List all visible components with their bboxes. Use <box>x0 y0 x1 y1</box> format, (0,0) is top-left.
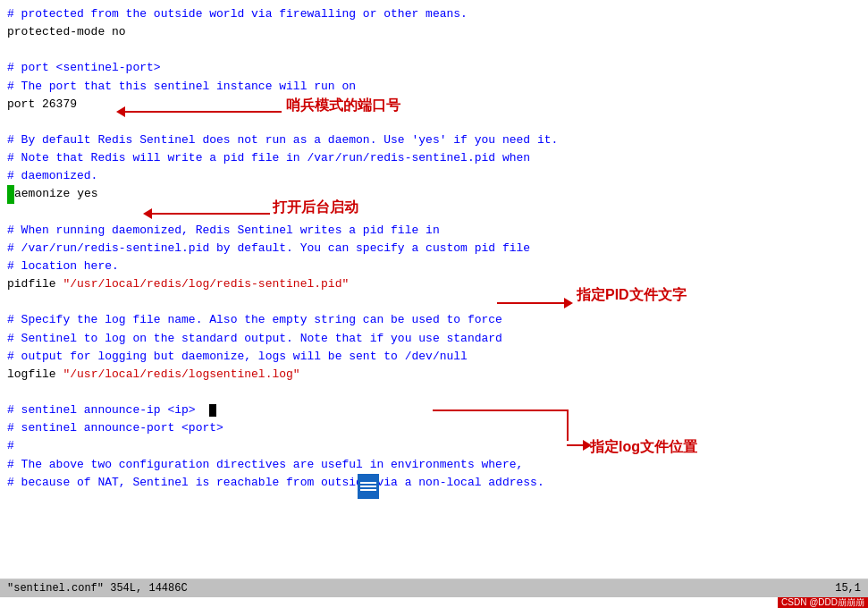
status-left: "sentinel.conf" 354L, 14486C <box>7 582 188 595</box>
line-19: # Sentinel to log on the standard output… <box>7 330 861 348</box>
line-14: # /var/run/redis-sentinel.pid by default… <box>7 240 861 258</box>
line-12 <box>7 204 861 222</box>
daemon-annotation: 打开后台启动 <box>273 198 358 217</box>
line-1: # protected from the outside world via f… <box>7 5 861 23</box>
line-10: # daemonized. <box>7 167 861 185</box>
log-arrow-v <box>567 410 569 441</box>
line-22 <box>7 384 861 401</box>
watermark-text: CSDN @DDD崩崩崩 <box>781 596 864 608</box>
cursor-green: d <box>7 185 14 203</box>
log-arrow-h2 <box>567 440 592 451</box>
line-9: # Note that Redis will write a pid file … <box>7 149 861 167</box>
status-right: 15,1 <box>835 582 861 595</box>
line-11: daemonize yes <box>7 185 861 203</box>
line-26: # The above two configuration directives… <box>7 456 861 474</box>
pid-arrow <box>497 298 573 308</box>
line-17 <box>7 293 861 311</box>
editor-area: # protected from the outside world via f… <box>0 0 868 579</box>
line-2: protected-mode no <box>7 23 861 41</box>
line-8: # By default Redis Sentinel does not run… <box>7 131 861 149</box>
port-arrow <box>116 106 282 117</box>
line-4: # port <sentinel-port> <box>7 59 861 77</box>
daemon-arrow <box>143 208 270 219</box>
port-annotation: 哨兵模式的端口号 <box>286 97 400 115</box>
doc-icon <box>358 474 379 499</box>
log-arrow-h <box>433 410 567 411</box>
pid-annotation: 指定PID文件文字 <box>577 286 687 305</box>
line-24: # sentinel announce-port <port> <box>7 419 861 437</box>
line-27: # because of NAT, Sentinel is reachable … <box>7 474 861 492</box>
line-16: pidfile "/usr/local/redis/log/redis-sent… <box>7 275 861 293</box>
line-18: # Specify the log file name. Also the em… <box>7 311 861 329</box>
log-annotation: 指定log文件位置 <box>590 438 697 457</box>
line-3 <box>7 41 861 59</box>
status-bar: "sentinel.conf" 354L, 14486C 15,1 <box>0 579 868 597</box>
watermark: CSDN @DDD崩崩崩 <box>778 597 868 608</box>
line-25: # <box>7 437 861 455</box>
line-20: # output for logging but daemonize, logs… <box>7 348 861 366</box>
line-15: # location here. <box>7 258 861 275</box>
line-21: logfile "/usr/local/redis/logsentinel.lo… <box>7 366 861 384</box>
line-5: # The port that this sentinel instance w… <box>7 78 861 96</box>
line-13: # When running daemonized, Redis Sentine… <box>7 222 861 240</box>
